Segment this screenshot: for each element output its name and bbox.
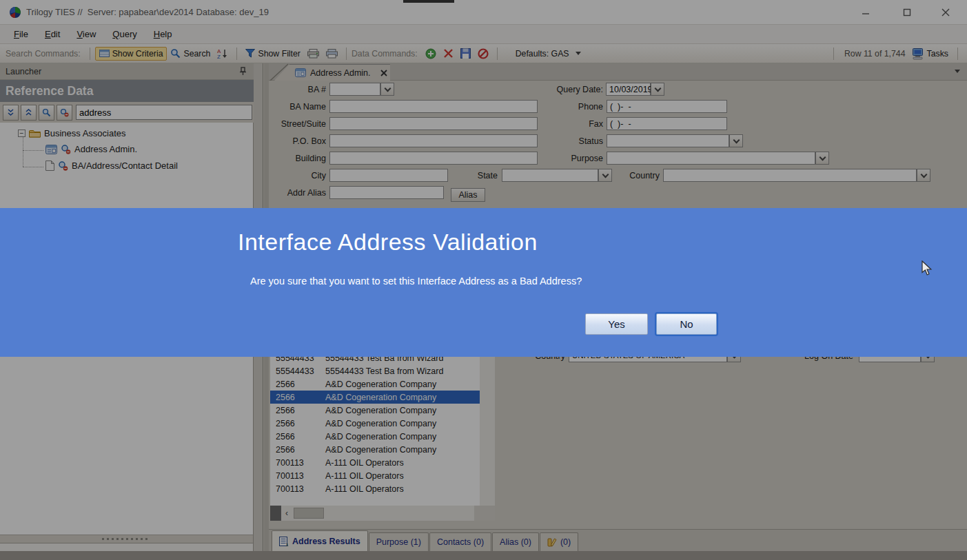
interface-address-validation-dialog: Interface Address Validation Are you sur… [0, 208, 967, 357]
dialog-message: Are you sure that you want to set this I… [250, 276, 582, 287]
yes-button[interactable]: Yes [585, 313, 648, 335]
dialog-title: Interface Address Validation [238, 229, 538, 256]
mouse-cursor [922, 260, 935, 277]
no-button[interactable]: No [656, 313, 717, 335]
application-window: Trilogy TIES // Server: papabear\dev2014… [0, 0, 967, 560]
